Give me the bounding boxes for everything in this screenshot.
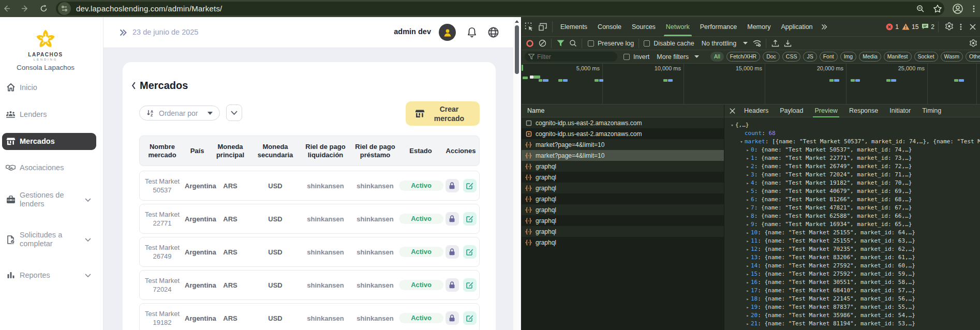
invert-checkbox[interactable]: Invert (623, 53, 649, 61)
lock-button[interactable] (446, 278, 459, 292)
scrollbar-thumb[interactable] (515, 25, 519, 74)
json-array-entry[interactable]: ▸9: {name: "Test Market 16934", market_i… (724, 220, 980, 229)
json-array-entry[interactable]: ▸18: {name: "Test Market 22145", market_… (724, 295, 980, 303)
json-array-entry[interactable]: ▸6: {name: "Test Market 81266", market_i… (724, 196, 980, 204)
filters-expand-button[interactable] (226, 104, 242, 121)
json-array-entry[interactable]: ▸7: {name: "Test Market 47821", market_i… (724, 204, 980, 212)
json-array-entry[interactable]: ▸10: {name: "Test Market 25155", market_… (724, 229, 980, 237)
request-row[interactable]: graphql (522, 172, 724, 183)
language-button[interactable] (487, 26, 499, 38)
reload-button[interactable] (37, 2, 50, 15)
edit-button[interactable] (463, 245, 477, 259)
scroll-up-arrow-icon[interactable] (515, 20, 519, 24)
detail-tab[interactable]: Preview (809, 104, 843, 117)
edit-button[interactable] (463, 311, 477, 325)
market-row[interactable]: Test Market 72024 Argentina ARS USD shin… (139, 270, 480, 300)
json-array-entry[interactable]: ▸16: {name: "Test Market 30551", market_… (724, 278, 980, 287)
filter-chip[interactable]: Other (966, 52, 980, 62)
notifications-button[interactable] (466, 26, 478, 39)
back-button[interactable] (0, 2, 13, 15)
network-conditions-button[interactable] (751, 37, 763, 50)
error-count[interactable]: 1 (886, 23, 899, 31)
site-info-button[interactable] (58, 2, 71, 15)
lock-button[interactable] (446, 245, 459, 259)
devtools-tab[interactable]: Sources (627, 17, 661, 36)
filter-chip[interactable]: Socket (914, 52, 938, 62)
zoom-out-button[interactable] (915, 3, 926, 14)
request-row[interactable]: graphql (522, 204, 724, 215)
devtools-tab[interactable]: Elements (555, 17, 592, 36)
market-row[interactable]: Test Market 50537 Argentina ARS USD shin… (139, 171, 480, 201)
network-overview-timeline[interactable]: 5,000 ms10,000 ms15,000 ms20,000 ms25,00… (522, 63, 980, 104)
market-row[interactable]: Test Market 26749 Argentina ARS USD shin… (139, 237, 480, 267)
request-row[interactable]: graphql (522, 237, 724, 248)
request-row[interactable]: graphql (522, 193, 724, 204)
create-market-button[interactable]: Crear mercado (406, 101, 480, 126)
sidebar-item[interactable]: Solicitudes a completar (2, 226, 96, 253)
inspect-element-button[interactable] (523, 20, 536, 34)
json-array-entry[interactable]: ▸0: {name: "Test Market 50537", market_i… (724, 146, 980, 154)
url-text[interactable]: dev.lapachoslending.com/admin/Markets/ (76, 2, 222, 16)
market-row[interactable]: Test Market 19182 Argentina ARS USD shin… (139, 303, 480, 330)
devtools-close-button[interactable] (966, 20, 979, 34)
sidebar-expand-button[interactable] (119, 28, 127, 37)
request-row[interactable]: graphql (522, 161, 724, 172)
disable-cache-checkbox[interactable]: Disable cache (644, 40, 694, 47)
request-name-column-header[interactable]: Name (522, 104, 724, 117)
detail-tab[interactable]: Payload (774, 104, 809, 117)
devtools-settings-button[interactable] (942, 20, 956, 34)
filter-chip[interactable]: Font (820, 52, 838, 62)
record-button[interactable] (524, 37, 536, 50)
sidebar-item[interactable]: Inicio (2, 78, 96, 97)
more-filters-button[interactable]: More filters (657, 53, 699, 61)
json-array-entry[interactable]: ▸21: {name: "Test Market 81194", market_… (724, 320, 980, 328)
devtools-tab[interactable]: Performance (695, 17, 743, 36)
filter-input[interactable] (525, 52, 617, 62)
import-har-button[interactable] (769, 37, 781, 50)
sort-by-button[interactable]: AZ Ordenar por (139, 106, 220, 121)
request-row[interactable]: market?page=4&limit=10 (522, 150, 724, 161)
warning-count[interactable]: 15 (902, 23, 918, 31)
network-settings-button[interactable] (967, 37, 979, 50)
devtools-tab[interactable]: Console (592, 17, 627, 36)
devtools-tab[interactable]: Network (661, 17, 695, 36)
json-array-entry[interactable]: ▸1: {name: "Test Market 22771", market_i… (724, 154, 980, 162)
json-array-entry[interactable]: ▸8: {name: "Test Market 62588", market_i… (724, 212, 980, 220)
request-row[interactable]: graphql (522, 183, 724, 193)
sidebar-item[interactable]: Mercados (2, 133, 96, 150)
throttling-select[interactable]: No throttling (702, 40, 748, 47)
forward-button[interactable] (19, 2, 32, 15)
request-row[interactable]: graphql (522, 226, 724, 237)
filter-chip[interactable]: Manifest (884, 52, 912, 62)
preserve-log-checkbox[interactable]: Preserve log (588, 40, 634, 47)
detail-tab[interactable]: Initiator (884, 104, 916, 117)
json-array-entry[interactable]: ▸19: {name: "Test Market 87837", market_… (724, 303, 980, 311)
address-bar[interactable]: dev.lapachoslending.com/admin/Markets/ (56, 2, 944, 16)
search-network-button[interactable] (567, 37, 579, 50)
sidebar-item[interactable]: Reportes (2, 266, 96, 284)
filter-chip[interactable]: CSS (782, 52, 801, 62)
json-array-entry[interactable]: ▸5: {name: "Test Market 40679", market_i… (724, 187, 980, 196)
request-row[interactable]: cognito-idp.us-east-2.amazonaws.com (522, 128, 724, 139)
request-row[interactable]: cognito-idp.us-east-2.amazonaws.com (522, 117, 724, 128)
filter-chip[interactable]: All (710, 52, 724, 62)
edit-button[interactable] (463, 179, 477, 192)
filter-chip[interactable]: Img (840, 52, 857, 62)
json-array-entry[interactable]: ▸17: {name: "Test Market 68410", market_… (724, 287, 980, 295)
json-array-entry[interactable]: ▸13: {name: "Test Market 83206", market_… (724, 253, 980, 262)
devtools-tab[interactable]: Application (776, 17, 818, 36)
lock-button[interactable] (446, 212, 459, 226)
lock-button[interactable] (446, 311, 459, 325)
devtools-menu-button[interactable] (956, 20, 966, 34)
back-chevron-icon[interactable] (131, 81, 137, 91)
filter-toggle-button[interactable] (554, 37, 567, 50)
edit-button[interactable] (463, 278, 477, 292)
json-array-entry[interactable]: ▸20: {name: "Test Market 35986", market_… (724, 311, 980, 320)
request-row[interactable]: graphql (522, 215, 724, 226)
json-array-entry[interactable]: ▸3: {name: "Test Market 72024", market_i… (724, 171, 980, 179)
filter-chip[interactable]: Fetch/XHR (726, 52, 760, 62)
market-row[interactable]: Test Market 22771 Argentina ARS USD shin… (139, 204, 480, 234)
sidebar-item[interactable]: Gestiones de lenders (2, 186, 96, 214)
edit-button[interactable] (463, 212, 477, 226)
page-scrollbar[interactable] (513, 17, 521, 330)
